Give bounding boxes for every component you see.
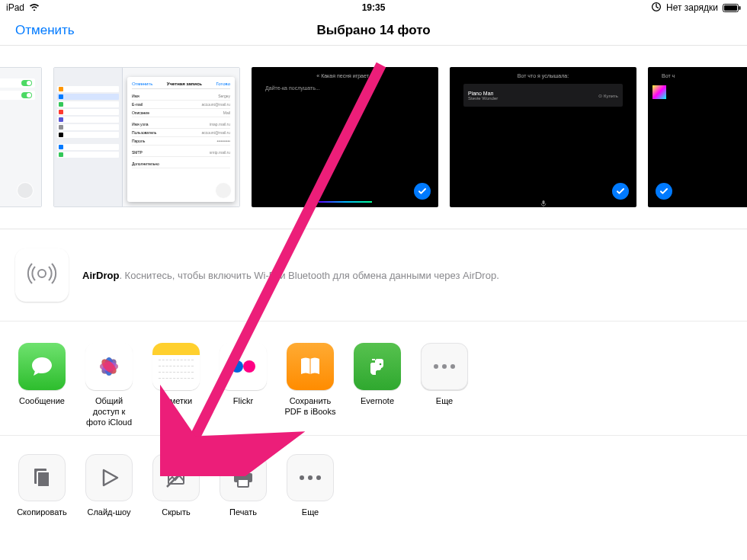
airdrop-description: AirDrop. Коснитесь, чтобы включить Wi-Fi…	[82, 270, 499, 281]
hide-photo-icon	[163, 465, 189, 491]
select-circle[interactable]	[215, 182, 232, 199]
notes-header-icon	[152, 343, 200, 355]
message-bubble-icon	[28, 353, 56, 380]
svg-rect-2	[724, 5, 737, 11]
now-playing-card: Piano Man Stevie Wonder ⊙ Купить	[463, 84, 623, 107]
ellipsis-icon	[297, 474, 323, 482]
printer-icon	[230, 465, 256, 491]
svg-rect-3	[739, 6, 741, 10]
svg-rect-24	[238, 469, 248, 473]
svg-point-27	[300, 475, 304, 480]
share-app-ibooks-pdf[interactable]: Сохранить PDF в iBooks	[284, 343, 337, 427]
photo-thumb[interactable]: Вот ч	[648, 67, 747, 207]
status-time: 19:35	[362, 2, 386, 13]
flickr-dots-icon	[226, 350, 260, 383]
action-print[interactable]: Печать	[216, 454, 270, 529]
photo-thumb[interactable]: Вот что я услышала: Piano Man Stevie Won…	[450, 67, 636, 207]
play-icon	[98, 466, 120, 489]
thumbnail-strip[interactable]: ОтменитьУчетная записьГотово ИмяSergey E…	[0, 46, 747, 229]
airdrop-section: AirDrop. Коснитесь, чтобы включить Wi-Fi…	[0, 229, 747, 322]
photo-thumb[interactable]: ОтменитьУчетная записьГотово ИмяSergey E…	[53, 67, 240, 207]
nav-bar: Отменить Выбрано 14 фото	[0, 15, 747, 46]
svg-rect-26	[238, 479, 248, 487]
no-charge-label: Нет зарядки	[666, 2, 718, 13]
battery-icon	[723, 4, 741, 12]
airdrop-button[interactable]	[15, 248, 69, 302]
siri-waveform-icon	[319, 201, 372, 203]
select-circle[interactable]	[17, 182, 34, 199]
share-app-more[interactable]: Еще	[418, 343, 471, 427]
page-title: Выбрано 14 фото	[316, 23, 430, 38]
action-slideshow[interactable]: Слайд-шоу	[82, 454, 136, 529]
selected-check-icon[interactable]	[414, 183, 431, 200]
share-app-evernote[interactable]: Evernote	[351, 343, 404, 427]
airdrop-icon	[24, 256, 59, 294]
photo-thumb[interactable]: « Какая песня играет » Дайте-ка послушат…	[252, 67, 438, 207]
device-label: iPad	[6, 2, 24, 13]
status-bar: iPad 19:35 Нет зарядки	[0, 0, 747, 15]
actions-row[interactable]: Скопировать Слайд-шоу Скрыть Печать Еще	[0, 436, 747, 536]
book-icon	[297, 353, 324, 380]
share-app-flickr[interactable]: Flickr	[216, 343, 270, 427]
evernote-elephant-icon	[364, 353, 391, 380]
svg-point-16	[380, 363, 382, 366]
svg-point-15	[243, 360, 255, 373]
selected-check-icon[interactable]	[612, 183, 629, 200]
svg-point-5	[38, 270, 46, 277]
action-copy[interactable]: Скопировать	[15, 454, 69, 529]
photos-flower-icon	[92, 350, 126, 383]
selected-check-icon[interactable]	[656, 183, 672, 200]
action-hide[interactable]: Скрыть	[149, 454, 203, 529]
share-app-notes[interactable]: Заметки	[149, 343, 203, 427]
svg-rect-21	[37, 472, 50, 487]
action-more[interactable]: Еще	[284, 454, 337, 529]
share-app-icloud-photo[interactable]: Общий доступ к фото iCloud	[82, 343, 136, 427]
sync-icon	[651, 2, 662, 14]
svg-point-19	[450, 364, 455, 369]
cancel-button[interactable]: Отменить	[15, 23, 75, 38]
artwork-icon	[652, 85, 666, 99]
share-apps-row[interactable]: Сообщение Общий доступ к фото iCloud	[0, 322, 747, 436]
mic-icon	[540, 197, 547, 204]
copy-icon	[29, 465, 55, 491]
svg-point-14	[231, 360, 243, 373]
svg-point-29	[316, 475, 321, 480]
svg-point-18	[442, 364, 447, 369]
svg-point-17	[434, 364, 438, 369]
svg-rect-4	[542, 200, 544, 204]
ellipsis-icon	[431, 363, 457, 370]
svg-point-28	[308, 475, 313, 480]
share-app-messages[interactable]: Сообщение	[15, 343, 69, 427]
photo-thumb[interactable]	[0, 67, 42, 207]
wifi-icon	[29, 2, 40, 13]
